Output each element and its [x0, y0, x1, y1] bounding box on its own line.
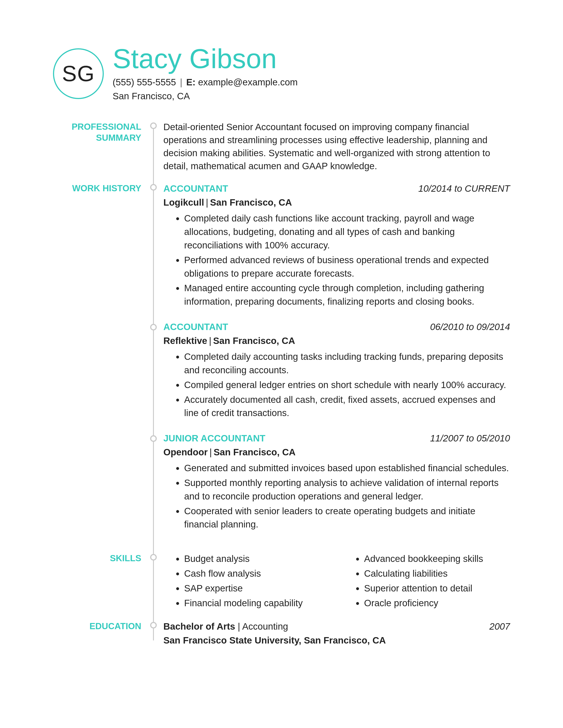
job-meta: Reflektive|San Francisco, CA — [163, 334, 510, 347]
degree-field: Accounting — [242, 621, 288, 632]
skill-item: Advanced bookkeeping skills — [363, 552, 510, 566]
avatar: SG — [53, 48, 104, 99]
job-company: Opendoor — [163, 447, 208, 457]
contact-line-1: (555) 555-5555 | E: example@example.com — [113, 75, 510, 89]
timeline-node-icon — [150, 435, 157, 442]
job-company: Logikcull — [163, 197, 204, 208]
summary-text: Detail-oriented Senior Accountant focuse… — [163, 121, 510, 173]
email: example@example.com — [198, 77, 298, 87]
timeline-node-icon — [150, 122, 157, 129]
section-education: EDUCATION Bachelor of Arts | Accounting … — [53, 620, 510, 647]
skill-item: Financial modeling capability — [183, 597, 330, 610]
section-summary: PROFESSIONAL SUMMARY Detail-oriented Sen… — [53, 121, 510, 173]
separator: | — [209, 336, 211, 346]
section-work-history: WORK HISTORY ACCOUNTANT10/2014 to CURREN… — [53, 182, 510, 543]
job-meta: Opendoor|San Francisco, CA — [163, 446, 510, 459]
job-bullets: Completed daily cash functions like acco… — [163, 212, 510, 308]
job-location: San Francisco, CA — [213, 336, 295, 346]
section-label-text: EDUCATION — [89, 621, 141, 632]
skill-item: Superior attention to detail — [363, 582, 510, 595]
section-label-text: SKILLS — [110, 553, 141, 564]
bullet-item: Compiled general ledger entries on short… — [183, 378, 510, 392]
full-name: Stacy Gibson — [113, 44, 510, 73]
education-school: San Francisco State University, San Fran… — [163, 634, 510, 647]
bullet-item: Generated and submitted invoices based u… — [183, 462, 510, 475]
resume-header: SG Stacy Gibson (555) 555-5555 | E: exam… — [53, 44, 510, 103]
skill-item: Budget analysis — [183, 552, 330, 566]
job-meta: Logikcull|San Francisco, CA — [163, 196, 510, 209]
job-dates: 06/2010 to 09/2014 — [430, 321, 510, 334]
separator: | — [238, 621, 242, 632]
section-label-skills: SKILLS — [53, 552, 146, 611]
section-label-text: WORK HISTORY — [72, 183, 141, 194]
skill-item: Oracle proficiency — [363, 597, 510, 610]
timeline-container: PROFESSIONAL SUMMARY Detail-oriented Sen… — [53, 121, 510, 647]
separator: | — [180, 77, 182, 87]
skills-column-2: Advanced bookkeeping skillsCalculating l… — [343, 552, 510, 611]
section-label-text: PROFESSIONAL SUMMARY — [53, 121, 141, 143]
bullet-item: Managed entire accounting cycle through … — [183, 281, 510, 308]
job-entry: ACCOUNTANT10/2014 to CURRENTLogikcull|Sa… — [163, 182, 510, 308]
job-bullets: Completed daily accounting tasks includi… — [163, 350, 510, 420]
job-entry: JUNIOR ACCOUNTANT11/2007 to 05/2010Opend… — [163, 432, 510, 531]
timeline-node-icon — [150, 622, 157, 629]
job-location: San Francisco, CA — [214, 447, 296, 457]
skill-item: Calculating liabilities — [363, 567, 510, 580]
job-dates: 11/2007 to 05/2010 — [430, 432, 510, 445]
location: San Francisco, CA — [113, 91, 190, 101]
bullet-item: Completed daily accounting tasks includi… — [183, 350, 510, 377]
bullet-item: Supported monthly reporting analysis to … — [183, 476, 510, 503]
bullet-item: Accurately documented all cash, credit, … — [183, 393, 510, 420]
skill-item: Cash flow analysis — [183, 567, 330, 580]
bullet-item: Performed advanced reviews of business o… — [183, 253, 510, 280]
timeline-node-icon — [150, 554, 157, 561]
job-company: Reflektive — [163, 336, 207, 346]
separator: | — [206, 197, 208, 208]
bullet-item: Cooperated with senior leaders to create… — [183, 505, 510, 531]
education-degree-line: Bachelor of Arts | Accounting — [163, 620, 288, 633]
skill-item: SAP expertise — [183, 582, 330, 595]
phone: (555) 555-5555 — [113, 77, 176, 87]
job-title: ACCOUNTANT — [163, 321, 228, 334]
education-year: 2007 — [490, 620, 510, 633]
job-entry: ACCOUNTANT06/2010 to 09/2014Reflektive|S… — [163, 321, 510, 420]
job-dates: 10/2014 to CURRENT — [418, 182, 510, 195]
job-bullets: Generated and submitted invoices based u… — [163, 462, 510, 531]
job-title: JUNIOR ACCOUNTANT — [163, 432, 265, 445]
timeline-node-icon — [150, 184, 157, 191]
skills-column-1: Budget analysisCash flow analysisSAP exp… — [163, 552, 330, 611]
job-location: San Francisco, CA — [210, 197, 292, 208]
job-title: ACCOUNTANT — [163, 182, 228, 195]
separator: | — [209, 447, 212, 457]
section-skills: SKILLS Budget analysisCash flow analysis… — [53, 552, 510, 611]
section-label-summary: PROFESSIONAL SUMMARY — [53, 121, 146, 173]
avatar-initials: SG — [62, 61, 95, 86]
contact-line-2: San Francisco, CA — [113, 89, 510, 103]
bullet-item: Completed daily cash functions like acco… — [183, 212, 510, 252]
degree-name: Bachelor of Arts — [163, 621, 235, 632]
email-label: E: — [186, 77, 195, 87]
section-label-education: EDUCATION — [53, 620, 146, 647]
section-label-work: WORK HISTORY — [53, 182, 146, 543]
timeline-node-icon — [150, 324, 157, 330]
